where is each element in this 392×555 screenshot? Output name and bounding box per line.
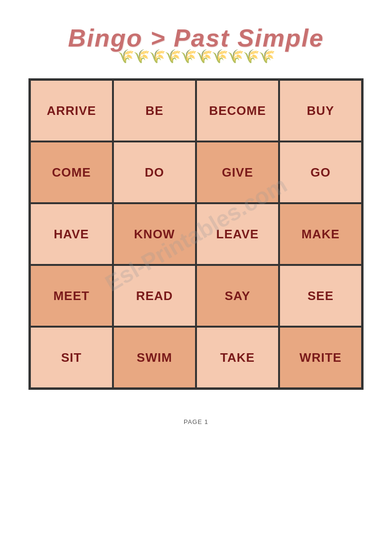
grid-cell-r4c3: SAY: [196, 265, 279, 327]
grid-cell-r5c2: SWIM: [113, 327, 196, 388]
grid-cell-r1c1: ARRIVE: [30, 80, 113, 141]
grid-cell-r3c1: HAVE: [30, 203, 113, 265]
grid-cell-r2c4: GO: [279, 141, 362, 203]
grid-cell-r5c3: TAKE: [196, 327, 279, 388]
grid-cell-r4c4: SEE: [279, 265, 362, 327]
grid-cell-r2c2: DO: [113, 141, 196, 203]
grid-cell-r3c4: MAKE: [279, 203, 362, 265]
grid-cell-r4c2: READ: [113, 265, 196, 327]
grid-cell-r1c4: BUY: [279, 80, 362, 141]
grid-cell-r3c3: LEAVE: [196, 203, 279, 265]
page-container: Bingo > Past Simple 🌾🌾🌾🌾🌾 🌾🌾🌾🌾🌾 Esl-Prin…: [0, 0, 392, 555]
grid-cell-r5c4: WRITE: [279, 327, 362, 388]
bingo-grid: Esl-Printables.com ARRIVE BE BECOME BUY …: [28, 78, 364, 390]
grid-cell-r5c1: SIT: [30, 327, 113, 388]
page-footer: PAGE 1: [184, 418, 208, 425]
wheat-icon-left: 🌾🌾🌾🌾🌾: [118, 48, 196, 64]
grid-cell-r4c1: MEET: [30, 265, 113, 327]
wheat-icon-right: 🌾🌾🌾🌾🌾: [196, 48, 274, 64]
grid-cell-r2c1: COME: [30, 141, 113, 203]
grid-cell-r3c2: KNOW: [113, 203, 196, 265]
grid-cell-r1c3: BECOME: [196, 80, 279, 141]
title-area: Bingo > Past Simple 🌾🌾🌾🌾🌾 🌾🌾🌾🌾🌾: [68, 24, 324, 64]
grid-cell-r1c2: BE: [113, 80, 196, 141]
page-title: Bingo > Past Simple: [68, 24, 324, 52]
grid-cell-r2c3: GIVE: [196, 141, 279, 203]
